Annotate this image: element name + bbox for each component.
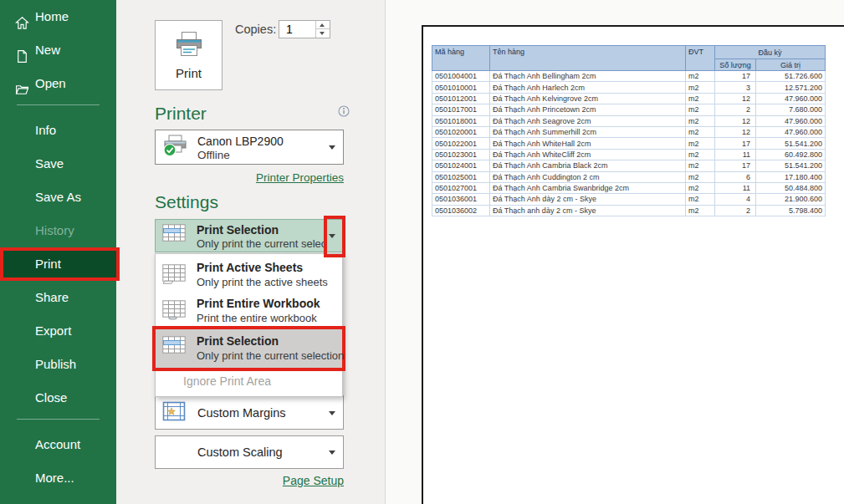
page-setup-link[interactable]: Page Setup xyxy=(283,474,344,487)
table-row: 0501027001Đá Thạch Anh Cambria Swanbridg… xyxy=(432,182,826,193)
settings-heading: Settings xyxy=(155,192,218,212)
open-folder-icon xyxy=(15,76,29,90)
cell-unit: m2 xyxy=(686,194,715,205)
table-row: 0501024001Đá Thạch Anh Cambria Black 2cm… xyxy=(432,160,826,171)
margins-selector[interactable]: Custom Margins xyxy=(155,395,344,430)
sidebar-item-home[interactable]: Home xyxy=(0,0,116,33)
menu-item-print-active-sheets[interactable]: Print Active SheetsOnly print the active… xyxy=(156,257,342,293)
cell-quantity: 2 xyxy=(715,104,756,115)
sidebar-item-close[interactable]: Close xyxy=(0,381,116,415)
col-header-value: Giá trị xyxy=(756,59,826,71)
custom-margins-icon xyxy=(162,401,186,425)
cell-quantity: 12 xyxy=(715,115,756,126)
print-what-dropdown-menu: Print Active SheetsOnly print the active… xyxy=(155,253,343,397)
preview-table: Mã hàng Tên hàng ĐVT Đầu kỳ Số lượng Giá… xyxy=(432,45,826,216)
sidebar-item-save-as[interactable]: Save As xyxy=(0,181,116,214)
cell-code: 0501027001 xyxy=(432,182,490,193)
table-row: 0501012001Đá Thạch Anh Kelvingrove 2cmm2… xyxy=(432,93,826,104)
cell-value: 17.180.400 xyxy=(756,171,826,182)
sidebar-item-new[interactable]: New xyxy=(0,33,116,67)
table-row: 0501020001Đá Thạch Anh Summerhill 2cmm21… xyxy=(432,126,826,137)
table-row: 0501036002Đá Thạch anh dày 2 cm - Skyem2… xyxy=(432,205,826,216)
table-row: 0501025001Đá Thạch Anh Cuddington 2 cmm2… xyxy=(432,171,826,182)
menu-item-subtitle: Only print the active sheets xyxy=(197,276,328,288)
cell-unit: m2 xyxy=(686,93,715,104)
sidebar-item-info[interactable]: Info xyxy=(0,114,116,147)
selected-setting-title: Print Selection xyxy=(197,223,279,237)
print-selection-grid-icon xyxy=(162,336,186,359)
cell-quantity: 12 xyxy=(715,126,756,137)
sidebar-item-label: Home xyxy=(35,9,69,23)
cell-unit: m2 xyxy=(686,171,715,182)
menu-item-ignore-print-area: Ignore Print Area xyxy=(156,372,342,392)
cell-code: 0501004001 xyxy=(432,71,490,82)
print-what-selector[interactable]: Print Selection Only print the current s… xyxy=(155,219,344,252)
cell-code: 0501022001 xyxy=(432,138,490,149)
sidebar-item-save[interactable]: Save xyxy=(0,147,116,181)
cell-name: Đá Thạch anh dày 2 cm - Skye xyxy=(490,205,686,216)
cell-unit: m2 xyxy=(686,115,715,126)
cell-value: 5.798.400 xyxy=(756,205,826,216)
printer-selector[interactable]: Canon LBP2900 Offline xyxy=(155,130,344,165)
sidebar-item-share[interactable]: Share xyxy=(0,281,116,314)
cell-quantity: 17 xyxy=(715,160,756,171)
sidebar-main-items: InfoSaveSave AsHistoryPrintShareExportPu… xyxy=(0,114,116,415)
print-entire-workbook-grid-icon xyxy=(162,300,186,323)
cell-quantity: 6 xyxy=(715,171,756,182)
chevron-down-icon xyxy=(329,145,335,150)
menu-item-title: Print Selection xyxy=(197,334,279,348)
sidebar-item-more[interactable]: More... xyxy=(0,461,116,495)
print-active-sheets-grid-icon xyxy=(162,264,186,288)
print-preview-area: Mã hàng Tên hàng ĐVT Đầu kỳ Số lượng Giá… xyxy=(385,0,844,504)
sidebar-item-open[interactable]: Open xyxy=(0,67,116,100)
cell-name: Đá Thạch Anh WhiteHall 2cm xyxy=(490,138,686,149)
sidebar-item-publish[interactable]: Publish xyxy=(0,348,116,381)
col-header-quantity: Số lượng xyxy=(715,59,756,71)
sidebar-item-label: Open xyxy=(35,76,66,90)
spin-up-button[interactable] xyxy=(316,21,330,29)
menu-item-print-entire-workbook[interactable]: Print Entire WorkbookPrint the entire wo… xyxy=(156,293,342,329)
sidebar-item-label: New xyxy=(35,43,60,57)
cell-quantity: 17 xyxy=(715,138,756,149)
col-header-name: Tên hàng xyxy=(490,46,686,71)
sidebar-item-export[interactable]: Export xyxy=(0,314,116,348)
print-settings-panel: Print Copies: Printer Canon LBP2900 Offl… xyxy=(116,0,385,504)
printer-status-icon xyxy=(162,134,187,160)
margins-value: Custom Margins xyxy=(197,406,286,420)
sidebar-divider xyxy=(17,104,100,105)
spin-down-button[interactable] xyxy=(316,29,330,38)
print-button[interactable]: Print xyxy=(155,20,223,90)
sidebar-item-account[interactable]: Account xyxy=(0,428,116,461)
menu-item-title: Print Entire Workbook xyxy=(197,297,320,310)
cell-code: 0501036002 xyxy=(432,205,490,216)
copies-input[interactable] xyxy=(279,21,315,38)
cell-name: Đá Thạch Anh Cuddington 2 cm xyxy=(490,171,686,182)
cell-name: Đá Thạch Anh Kelvingrove 2cm xyxy=(490,93,686,104)
table-row: 0501023001Đá Thạch Anh WhiteCliff 2cmm21… xyxy=(432,149,826,160)
table-row: 0501022001Đá Thạch Anh WhiteHall 2cmm217… xyxy=(432,138,826,149)
cell-unit: m2 xyxy=(686,71,715,82)
cell-value: 50.484.800 xyxy=(756,182,826,193)
table-row: 0501010001Đá Thạch Anh Harlech 2cmm2312.… xyxy=(432,82,826,93)
cell-code: 0501010001 xyxy=(432,82,490,93)
print-button-label: Print xyxy=(176,66,202,80)
printer-properties-link[interactable]: Printer Properties xyxy=(256,171,344,184)
cell-quantity: 17 xyxy=(715,71,756,82)
cell-quantity: 12 xyxy=(715,93,756,104)
cell-code: 0501023001 xyxy=(432,149,490,160)
cell-unit: m2 xyxy=(686,149,715,160)
cell-unit: m2 xyxy=(686,182,715,193)
cell-name: Đá Thạch Anh dày 2 cm - Skye xyxy=(490,194,686,205)
spin-down-icon xyxy=(320,32,325,35)
menu-item-print-selection[interactable]: Print SelectionOnly print the current se… xyxy=(156,329,342,368)
cell-unit: m2 xyxy=(686,104,715,115)
home-icon xyxy=(15,9,29,23)
scaling-selector[interactable]: Custom Scaling xyxy=(155,435,344,469)
info-icon[interactable] xyxy=(338,105,350,117)
printer-status: Offline xyxy=(197,149,230,161)
sidebar-bottom-items: AccountMore... xyxy=(0,428,116,495)
col-header-code: Mã hàng xyxy=(432,46,490,71)
sidebar-item-print[interactable]: Print xyxy=(0,247,120,281)
col-header-opening: Đầu kỳ xyxy=(715,46,826,59)
print-selection-grid-icon xyxy=(162,224,186,247)
